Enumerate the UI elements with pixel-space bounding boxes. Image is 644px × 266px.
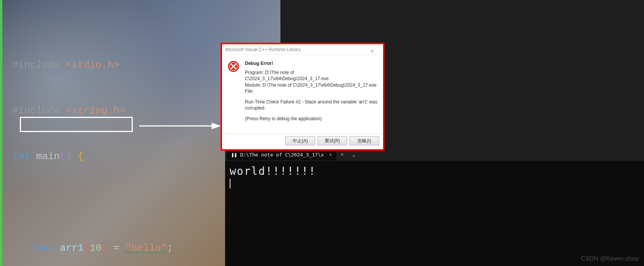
- token-type: int: [12, 151, 30, 162]
- retry-button[interactable]: 重试(R): [317, 136, 347, 145]
- dialog-body: Debug Error! Program: D:\The note of C\2…: [222, 55, 383, 134]
- token-function: main: [36, 151, 60, 162]
- close-icon[interactable]: ✕: [329, 152, 332, 157]
- dialog-module-line: Module: D:\The note of C\2024_3_17\x64\D…: [245, 82, 377, 88]
- token-header: <stdio.h>: [66, 59, 119, 71]
- token-number: 10: [90, 242, 101, 254]
- terminal-window[interactable]: ❚❚ D:\The note of C\2024_3_17\x ✕ ＋ ⌄ wo…: [225, 148, 644, 266]
- dialog-title: Microsoft Visual C++ Runtime Library: [225, 44, 301, 55]
- editor-gutter: [0, 0, 12, 266]
- error-dialog-highlight: Microsoft Visual C++ Runtime Library ✕ D…: [221, 43, 385, 151]
- watermark: CSDN @Keven-zhou: [581, 255, 639, 262]
- terminal-icon: ❚❚: [231, 152, 237, 158]
- dialog-file-line: File:: [245, 89, 254, 94]
- dialog-program-line: Program: D:\The note of C\2024_3_17\x64\…: [245, 70, 329, 81]
- annotation-arrow: [137, 118, 221, 134]
- terminal-tab-title: D:\The note of C\2024_3_17\x: [240, 152, 324, 158]
- dialog-error-line: Run-Time Check Failure #2 - Stack around…: [245, 99, 378, 111]
- dialog-buttons: 中止(A) 重试(R) 忽略(I): [222, 134, 383, 149]
- dialog-hint-line: (Press Retry to debug the application): [245, 116, 378, 122]
- tab-dropdown-button[interactable]: ⌄: [348, 152, 359, 158]
- terminal-output: world!!!!!!!: [225, 161, 644, 194]
- dialog-titlebar[interactable]: Microsoft Visual C++ Runtime Library ✕: [222, 44, 383, 55]
- new-tab-button[interactable]: ＋: [336, 151, 348, 158]
- token-variable: arr1: [60, 242, 84, 254]
- ignore-button[interactable]: 忽略(I): [349, 136, 379, 145]
- token-type: char: [30, 242, 54, 254]
- source-code: #include <stdio.h> #include <string.h> i…: [12, 27, 203, 266]
- terminal-line: world!!!!!!!: [230, 165, 316, 177]
- dialog-heading: Debug Error!: [245, 60, 378, 66]
- terminal-tab[interactable]: ❚❚ D:\The note of C\2024_3_17\x ✕: [227, 149, 336, 160]
- abort-button[interactable]: 中止(A): [285, 136, 315, 145]
- terminal-cursor: [230, 179, 230, 189]
- token-header: <string.h>: [66, 105, 125, 116]
- error-icon: [227, 60, 240, 73]
- error-dialog[interactable]: Microsoft Visual C++ Runtime Library ✕ D…: [222, 44, 383, 149]
- token-directive: #include: [12, 105, 60, 116]
- token-string: "hello": [126, 242, 167, 254]
- close-icon[interactable]: ✕: [365, 46, 380, 53]
- dialog-message: Debug Error! Program: D:\The note of C\2…: [245, 60, 378, 127]
- svg-marker-1: [212, 123, 221, 129]
- token-directive: #include: [12, 59, 60, 71]
